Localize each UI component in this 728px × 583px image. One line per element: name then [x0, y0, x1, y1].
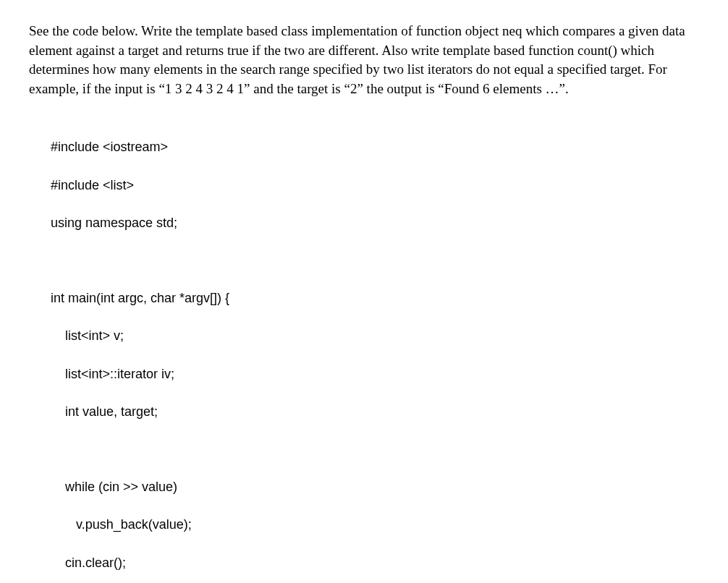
code-line: int main(int argc, char *argv[]) {	[51, 289, 699, 307]
code-line: using namespace std;	[51, 213, 699, 232]
code-line	[51, 440, 699, 459]
code-line: #include <iostream>	[51, 137, 699, 156]
code-line: #include <list>	[51, 176, 699, 195]
code-line: list<int>::iterator iv;	[51, 365, 699, 383]
code-line: int value, target;	[51, 402, 699, 421]
code-line: cin.clear();	[51, 553, 699, 572]
code-line	[51, 251, 699, 270]
problem-description: See the code below. Write the template b…	[29, 22, 699, 98]
code-line: while (cin >> value)	[51, 477, 699, 496]
code-block: #include <iostream> #include <list> usin…	[51, 119, 699, 583]
code-line: list<int> v;	[51, 326, 699, 345]
code-line: v.push_back(value);	[51, 515, 699, 534]
